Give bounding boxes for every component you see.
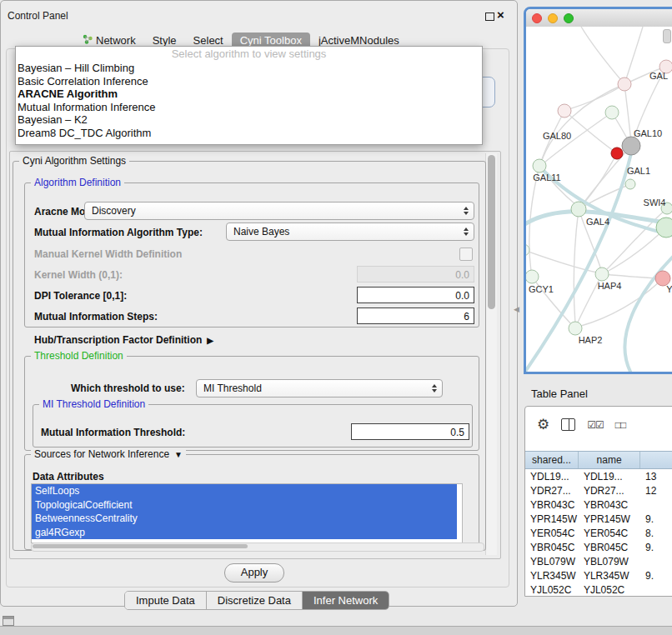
table-cell: YPR145W (579, 512, 640, 527)
table-cell: YBR045C (525, 541, 579, 555)
mi-threshold-field[interactable]: 0.5 (351, 423, 469, 440)
network-canvas[interactable]: GALGAL80GAL10GAL11GAL1SWI4GAL4GCY1HAP4YH… (526, 27, 672, 372)
manual-kernel-checkbox[interactable] (459, 248, 473, 261)
unchecked-boxes-icon[interactable]: □□ (615, 419, 626, 431)
scrollbar-thumb[interactable] (488, 155, 495, 309)
table-cell: YPR145W (525, 512, 579, 527)
zoom-traffic-light-icon[interactable] (564, 13, 574, 23)
checked-boxes-icon[interactable]: ☑☑ (587, 419, 604, 431)
table-cell (640, 498, 672, 512)
attributes-horizontal-scrollbar[interactable] (31, 542, 484, 552)
combo-arrows-icon (464, 207, 469, 215)
manual-kernel-label: Manual Kernel Width Definition (34, 248, 182, 260)
canvas-scrollbar-thumb[interactable] (663, 29, 671, 43)
network-edge (584, 184, 630, 206)
algorithm-option-bayesian-k2[interactable]: Bayesian – K2 (16, 113, 482, 127)
table-row[interactable]: YDL19...YDL19...13 (525, 470, 672, 484)
apply-button[interactable]: Apply (224, 563, 284, 582)
minimize-traffic-light-icon[interactable] (548, 13, 558, 23)
network-node[interactable] (611, 148, 623, 159)
minimized-panel-icon[interactable] (3, 616, 14, 626)
hub-definition-toggle[interactable]: Hub/Transcription Factor Definition▶ (34, 334, 213, 346)
float-window-icon[interactable] (485, 12, 494, 21)
network-window-titlebar[interactable] (526, 9, 672, 28)
mi-threshold-label: Mutual Information Threshold: (41, 427, 185, 438)
table-cell: YLR345W (579, 569, 640, 583)
tab-infer-network[interactable]: Infer Network (303, 592, 389, 609)
mi-type-select[interactable]: Naive Bayes (226, 222, 474, 241)
scrollbar-thumb[interactable] (33, 544, 248, 548)
network-node-gal80[interactable] (558, 104, 571, 118)
tab-impute-data[interactable]: Impute Data (125, 592, 207, 609)
kernel-width-field[interactable]: 0.0 (357, 266, 474, 282)
bottom-tab-bar: Impute DataDiscretize DataInfer Network (124, 591, 389, 610)
mi-steps-field[interactable]: 6 (357, 308, 474, 324)
attribute-item-selfloops[interactable]: SelfLoops (32, 484, 457, 498)
table-row[interactable]: YBR045CYBR045C9. (525, 541, 672, 555)
column-header-shared[interactable]: shared... (525, 452, 579, 468)
columns-icon[interactable] (561, 418, 575, 431)
network-node[interactable] (605, 106, 619, 119)
table-cell: YBR045C (579, 541, 640, 555)
algorithm-option-mutual-information-inference[interactable]: Mutual Information Inference (16, 101, 482, 114)
sources-group-title: Sources for Network Inference (34, 448, 169, 460)
network-node-gal1[interactable] (625, 179, 635, 189)
network-edge (624, 27, 643, 84)
network-node[interactable] (618, 78, 631, 91)
table-cell (640, 583, 672, 596)
aracne-mode-select[interactable]: Discovery (84, 202, 474, 220)
cyni-settings-group-title: Cyni Algorithm Settings (19, 155, 129, 167)
node-label: GAL (649, 71, 668, 81)
network-node-hap2[interactable] (569, 322, 582, 335)
network-node-gcy1[interactable] (526, 270, 539, 283)
table-cell: YBL079W (525, 555, 579, 569)
table-row[interactable]: YJL052CYJL052C (525, 583, 672, 596)
column-header-name[interactable]: name (579, 452, 640, 468)
gear-icon[interactable]: ⚙ (537, 418, 549, 432)
settings-vertical-scrollbar[interactable] (485, 153, 497, 555)
table-row[interactable]: YDR27...YDR27...12 (525, 484, 672, 498)
tab-label: Cyni Toolbox (240, 34, 302, 47)
algorithm-option-basic-correlation-inference[interactable]: Basic Correlation Inference (16, 75, 482, 88)
table-row[interactable]: YBR043CYBR043C (525, 498, 672, 512)
table-body: YDL19...YDL19...13YDR27...YDR27...12YBR0… (525, 470, 672, 596)
network-node-gal10[interactable] (622, 137, 640, 155)
network-node-gal11[interactable] (533, 159, 546, 172)
which-threshold-select[interactable]: MI Threshold (196, 379, 443, 398)
network-edge-highlighted (624, 248, 672, 373)
tab-label: Style (153, 34, 177, 47)
node-label: HAP2 (579, 335, 603, 345)
attribute-item-gal4rgexp[interactable]: gal4RGexp (32, 526, 457, 540)
network-node-hap4[interactable] (595, 268, 609, 281)
attribute-item-betweennesscentrality[interactable]: BetweennessCentrality (32, 512, 457, 526)
table-row[interactable]: YPR145WYPR145W9. (525, 512, 672, 527)
combo-arrows-icon (464, 228, 469, 236)
close-traffic-light-icon[interactable] (532, 13, 542, 23)
table-cell: YDL19... (579, 470, 640, 484)
table-row[interactable]: YBL079WYBL079W (525, 555, 672, 569)
threshold-definition-title: Threshold Definition (31, 350, 127, 362)
network-node[interactable] (656, 218, 672, 238)
panel-splitter-handle[interactable]: ◀ (514, 305, 519, 313)
node-label: GAL11 (533, 172, 560, 182)
table-cell: YJL052C (525, 583, 579, 596)
chevron-right-icon: ▶ (207, 336, 213, 345)
dpi-tolerance-field[interactable]: 0.0 (357, 287, 474, 303)
table-cell: 9. (640, 569, 672, 583)
algorithm-option-aracne-algorithm[interactable]: ARACNE Algorithm (16, 88, 482, 101)
data-attributes-list[interactable]: SelfLoopsTopologicalCoefficientBetweenne… (31, 483, 463, 543)
algorithm-option-bayesian-hill-climbing[interactable]: Bayesian – Hill Climbing (16, 62, 482, 75)
sources-group-toggle[interactable]: Sources for Network Inference▼ (31, 448, 186, 460)
tab-discretize-data[interactable]: Discretize Data (207, 592, 303, 609)
network-view-window: GALGAL80GAL10GAL11GAL1SWI4GAL4GCY1HAP4YH… (524, 7, 672, 374)
table-row[interactable]: YER054CYER054C8. (525, 527, 672, 541)
column-header-2[interactable] (640, 452, 672, 468)
network-node-gal4[interactable] (571, 202, 586, 217)
algorithm-option-dream8-dc-tdc-algorithm[interactable]: Dream8 DC_TDC Algorithm (16, 127, 482, 140)
table-row[interactable]: YLR345WYLR345W9. (525, 569, 672, 583)
node-label: Y (666, 284, 672, 294)
node-label: GAL4 (586, 217, 609, 227)
close-icon[interactable]: × (497, 8, 504, 22)
attribute-item-topologicalcoefficient[interactable]: TopologicalCoefficient (32, 498, 457, 512)
mi-type-value: Naive Bayes (233, 226, 289, 238)
